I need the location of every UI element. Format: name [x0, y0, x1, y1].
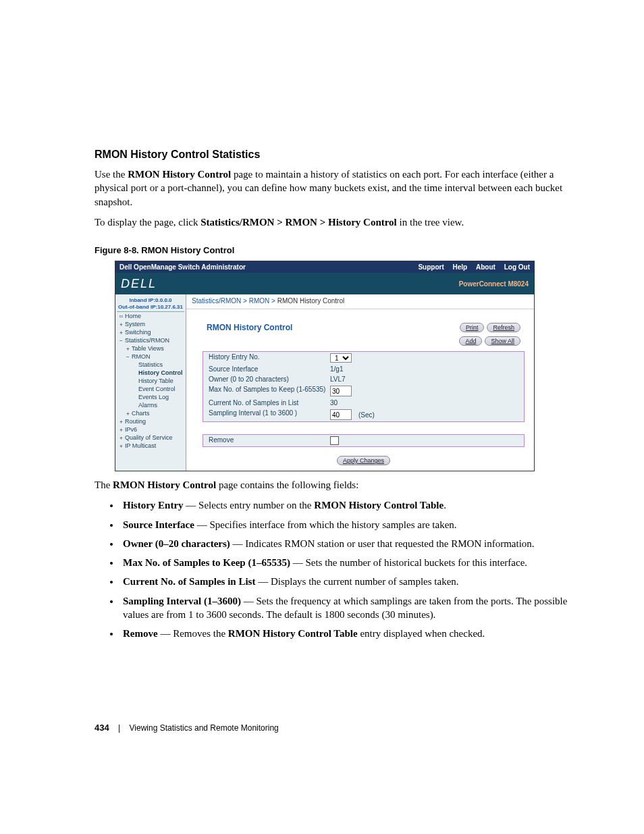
tree-toggle-icon[interactable]: ▭	[119, 313, 125, 319]
tree-item[interactable]: Event Control	[117, 385, 184, 393]
field-item: Max No. of Samples to Keep (1–65535) — S…	[120, 556, 590, 569]
refresh-button[interactable]: Refresh	[487, 323, 520, 332]
breadcrumb-c: RMON History Control	[277, 297, 344, 305]
page-number: 434	[95, 723, 109, 733]
tree-toggle-icon[interactable]: +	[119, 321, 125, 328]
tree-toggle-icon[interactable]: +	[119, 443, 125, 449]
tree-item[interactable]: Statistics	[117, 361, 184, 369]
field-item: Source Interface — Specifies interface f…	[120, 518, 590, 531]
form-row: Sampling Interval (1 to 3600 )(Sec)	[203, 408, 524, 421]
tree-item[interactable]: +Table Views	[117, 344, 184, 353]
tree-item-label: Alarms	[138, 402, 157, 409]
form-label: Owner (0 to 20 characters)	[209, 375, 330, 383]
tree-item[interactable]: +IP Multicast	[117, 442, 184, 450]
field-term: Remove	[123, 628, 158, 639]
fields-list: History Entry — Selects entry number on …	[95, 498, 590, 640]
intro-paragraph-2: To display the page, click Statistics/RM…	[95, 215, 590, 229]
apply-changes-button[interactable]: Apply Changes	[337, 456, 390, 465]
form-row: Max No. of Samples to Keep (1-65535)	[203, 384, 524, 398]
fields-intro-bold: RMON History Control	[113, 479, 216, 490]
tree-item[interactable]: −RMON	[117, 353, 184, 361]
tree-item-label: Statistics	[138, 361, 163, 368]
fields-intro-post: page contains the following fields:	[216, 479, 358, 490]
tree-item[interactable]: +IPv6	[117, 425, 184, 434]
topbar-link-help[interactable]: Help	[453, 263, 468, 271]
nav-tree: Inband IP:0.0.0.0 Out-of-band IP:10.27.6…	[115, 294, 186, 471]
field-term: History Entry	[123, 500, 184, 511]
tree-item-label: Table Views	[132, 345, 164, 352]
form-remove-block: Remove	[203, 434, 525, 447]
section-title: RMON History Control Statistics	[95, 149, 590, 161]
tree-item-label: Event Control	[138, 386, 176, 392]
tree-item[interactable]: Alarms	[117, 401, 184, 409]
breadcrumb-a[interactable]: Statistics/RMON	[192, 297, 241, 305]
tree-item[interactable]: History Table	[117, 377, 184, 385]
tree-toggle-icon[interactable]: +	[126, 346, 132, 352]
ip-inband: Inband IP:0.0.0.0	[129, 297, 171, 303]
tree-item[interactable]: +Charts	[117, 409, 184, 417]
tree-toggle-icon[interactable]: −	[126, 354, 132, 360]
field-term: Owner (0–20 characters)	[123, 538, 230, 549]
numeric-input[interactable]	[330, 409, 352, 420]
tree-toggle-icon[interactable]: −	[119, 338, 125, 344]
tree-toggle-icon[interactable]: +	[119, 419, 125, 425]
form-row: Owner (0 to 20 characters)LVL7	[203, 374, 524, 384]
ss-banner: DELL PowerConnect M8024	[115, 273, 534, 294]
print-button[interactable]: Print	[460, 323, 485, 332]
tree-toggle-icon[interactable]: +	[126, 411, 132, 417]
tree-item[interactable]: Events Log	[117, 393, 184, 401]
tree-item[interactable]: History Control	[117, 369, 184, 377]
breadcrumb-b[interactable]: RMON	[249, 297, 270, 305]
showall-button[interactable]: Show All	[485, 336, 520, 346]
ss-topbar-links: Support Help About Log Out	[411, 263, 530, 271]
tree-item[interactable]: −Statistics/RMON	[117, 336, 184, 344]
topbar-link-logout[interactable]: Log Out	[504, 263, 530, 271]
tree-toggle-icon[interactable]: +	[119, 330, 125, 336]
tree-item-label: Home	[125, 313, 141, 319]
ip-block: Inband IP:0.0.0.0 Out-of-band IP:10.27.6…	[117, 296, 184, 312]
figure-caption: Figure 8-8. RMON History Control	[95, 245, 590, 255]
form-block: History Entry No.1Source Interface1/g1Ow…	[203, 351, 525, 422]
tree-item-label: History Control	[138, 369, 183, 376]
form-row: History Entry No.1	[203, 352, 524, 364]
ss-topbar: Dell OpenManage Switch Administrator Sup…	[115, 261, 534, 273]
tree-item-label: Events Log	[138, 394, 169, 400]
topbar-link-about[interactable]: About	[476, 263, 495, 271]
panel-title: RMON History Control	[207, 323, 292, 332]
form-label: Source Interface	[209, 365, 330, 373]
tree-item-label: System	[125, 321, 145, 328]
tree-item[interactable]: +Routing	[117, 417, 184, 425]
model-label: PowerConnect M8024	[459, 280, 529, 288]
para1-pre: Use the	[95, 169, 128, 180]
form-label: Max No. of Samples to Keep (1-65535)	[209, 386, 330, 396]
numeric-input[interactable]	[330, 386, 352, 396]
tree-toggle-icon[interactable]: +	[119, 435, 125, 441]
para1-bold: RMON History Control	[128, 169, 231, 180]
field-desc-bold: RMON History Control Table	[314, 500, 444, 511]
tree-item[interactable]: ▭Home	[117, 312, 184, 320]
tree-toggle-icon[interactable]: +	[119, 427, 125, 433]
tree-item-label: RMON	[132, 353, 151, 360]
remove-checkbox[interactable]	[330, 436, 339, 445]
topbar-link-support[interactable]: Support	[418, 263, 444, 271]
fields-intro-pre: The	[95, 479, 113, 490]
form-value: (Sec)	[330, 409, 518, 420]
tree-item[interactable]: +Quality of Service	[117, 434, 184, 442]
ss-topbar-title: Dell OpenManage Switch Administrator	[119, 263, 246, 271]
unit-label: (Sec)	[358, 411, 375, 419]
field-item: Current No. of Samples in List — Display…	[120, 575, 590, 588]
tree-item-label: IP Multicast	[125, 442, 156, 449]
form-label: Sampling Interval (1 to 3600 )	[209, 409, 330, 420]
tree-item[interactable]: +System	[117, 320, 184, 328]
add-button[interactable]: Add	[459, 336, 482, 346]
tree-item-label: Switching	[125, 329, 151, 336]
tree-item-label: Charts	[132, 410, 150, 417]
form-row: Source Interface1/g1	[203, 364, 524, 374]
figure-screenshot: Dell OpenManage Switch Administrator Sup…	[115, 261, 535, 471]
form-value: 30	[330, 399, 518, 407]
footer: 434 | Viewing Statistics and Remote Moni…	[95, 723, 279, 733]
history-entry-select[interactable]: 1	[330, 353, 352, 363]
fields-intro: The RMON History Control page contains t…	[95, 478, 590, 492]
form-value: 1/g1	[330, 365, 518, 373]
tree-item[interactable]: +Switching	[117, 328, 184, 336]
